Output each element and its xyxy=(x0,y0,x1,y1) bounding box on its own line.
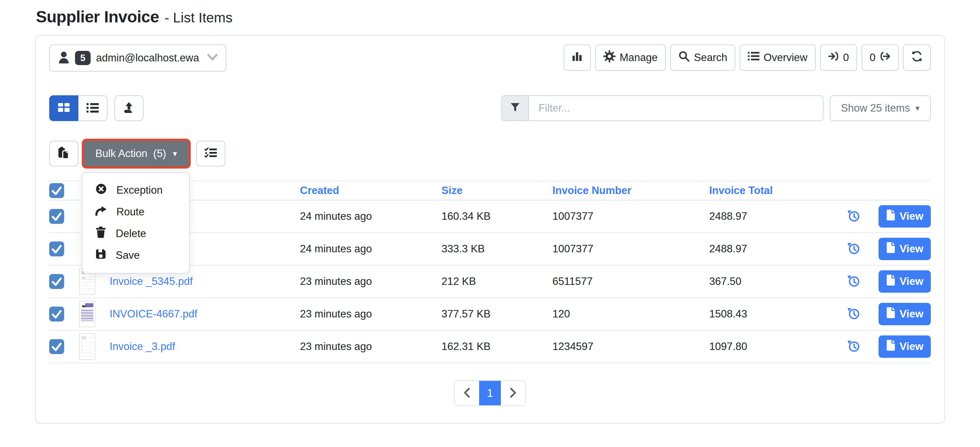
size-cell: 377.57 KB xyxy=(438,308,545,320)
menu-item-delete[interactable]: Delete xyxy=(83,223,189,244)
view-label: View xyxy=(900,276,923,288)
history-button[interactable] xyxy=(846,274,861,289)
manage-label: Manage xyxy=(620,52,658,64)
row-checkbox[interactable] xyxy=(49,339,64,354)
invoice-number-cell: 6511577 xyxy=(545,276,702,288)
view-button[interactable]: View xyxy=(878,303,931,325)
size-cell: 333.3 KB xyxy=(438,243,545,255)
history-icon xyxy=(846,241,861,257)
row-checkbox[interactable] xyxy=(49,209,64,224)
invoice-number-cell: 1234597 xyxy=(545,341,702,353)
history-icon xyxy=(846,209,861,224)
size-cell: 212 KB xyxy=(438,276,545,288)
view-button[interactable]: View xyxy=(878,205,931,228)
page-title-main: Supplier Invoice xyxy=(36,8,159,26)
history-button[interactable] xyxy=(846,241,861,257)
search-label: Search xyxy=(694,52,727,64)
view-button[interactable]: View xyxy=(878,238,931,260)
controls-row: Show 25 items ▾ xyxy=(49,95,931,121)
table-grid-icon xyxy=(57,102,70,114)
header-created[interactable]: Created xyxy=(288,184,438,197)
list-view-toggle[interactable] xyxy=(78,95,108,121)
view-label: View xyxy=(900,308,923,320)
bulk-action-label: Bulk Action (5) xyxy=(95,147,166,160)
history-icon xyxy=(846,307,861,322)
filter-input[interactable] xyxy=(529,95,824,121)
caret-down-icon: ▾ xyxy=(173,149,177,158)
menu-item-exception[interactable]: Exception xyxy=(83,179,189,201)
sign-out-button[interactable]: 0 xyxy=(862,44,899,71)
sign-in-button[interactable]: 0 xyxy=(820,44,857,71)
copy-button[interactable] xyxy=(49,141,78,166)
user-count-badge: 5 xyxy=(75,51,91,65)
menu-item-save[interactable]: Save xyxy=(83,244,189,266)
invoice-total-cell: 1508.43 xyxy=(702,308,839,320)
menu-item-label: Exception xyxy=(116,184,162,197)
view-button[interactable]: View xyxy=(878,335,931,358)
filter-prepend xyxy=(501,95,529,121)
created-cell: 23 minutes ago xyxy=(288,308,438,320)
header-size[interactable]: Size xyxy=(438,184,545,197)
filter-group xyxy=(501,95,824,121)
search-button[interactable]: Search xyxy=(670,44,735,71)
view-label: View xyxy=(900,243,923,255)
page-title: Supplier Invoice - List Items xyxy=(36,8,980,26)
select-all-checkbox[interactable] xyxy=(49,183,64,198)
chevron-left-icon xyxy=(463,387,471,399)
user-selector-dropdown[interactable]: 5 admin@localhost.ewa xyxy=(49,44,226,71)
row-checkbox[interactable] xyxy=(49,307,64,322)
upload-button[interactable] xyxy=(115,95,143,121)
file-link[interactable]: Invoice _3.pdf xyxy=(110,341,175,352)
header-select-all-cell xyxy=(49,183,79,198)
previous-page-button[interactable] xyxy=(455,381,479,405)
invoice-total-cell: 1097.80 xyxy=(702,341,839,353)
next-page-button[interactable] xyxy=(501,381,525,405)
pdf-thumbnail xyxy=(79,301,95,327)
view-button[interactable]: View xyxy=(878,270,931,293)
trash-icon xyxy=(95,227,106,241)
filter-controls: Show 25 items ▾ xyxy=(501,95,931,121)
table-view-toggle[interactable] xyxy=(49,95,78,121)
menu-item-label: Delete xyxy=(116,228,146,240)
save-floppy-icon xyxy=(95,249,106,262)
created-cell: 23 minutes ago xyxy=(288,341,438,353)
checklist-button[interactable] xyxy=(196,141,225,166)
bulk-action-menu: Exception Route Delete Save xyxy=(82,172,190,274)
menu-item-label: Save xyxy=(116,249,140,262)
show-items-dropdown[interactable]: Show 25 items ▾ xyxy=(830,95,931,121)
history-icon xyxy=(846,274,861,289)
row-checkbox[interactable] xyxy=(49,274,64,289)
menu-item-label: Route xyxy=(116,206,145,218)
person-icon xyxy=(58,51,70,65)
stats-button[interactable] xyxy=(564,44,591,71)
row-checkbox[interactable] xyxy=(49,241,64,257)
view-controls xyxy=(49,95,143,121)
size-cell: 160.34 KB xyxy=(438,210,545,222)
file-link[interactable]: Invoice _5345.pdf xyxy=(110,276,193,287)
top-action-buttons: Manage Search Overview 0 xyxy=(564,44,931,71)
created-cell: 23 minutes ago xyxy=(288,276,438,288)
invoice-number-cell: 1007377 xyxy=(545,210,702,222)
overview-button[interactable]: Overview xyxy=(740,44,815,71)
view-label: View xyxy=(900,341,923,353)
bulk-action-row: Bulk Action (5) ▾ Exception Route xyxy=(49,141,931,166)
user-label: admin@localhost.ewa xyxy=(96,52,199,64)
history-button[interactable] xyxy=(846,209,861,224)
file-link[interactable]: INVOICE-4667.pdf xyxy=(110,308,197,320)
page-title-sub: - List Items xyxy=(165,10,232,26)
funnel-icon xyxy=(510,102,520,114)
header-invoice-total[interactable]: Invoice Total xyxy=(702,184,839,197)
search-icon xyxy=(678,51,690,65)
bulk-action-button[interactable]: Bulk Action (5) ▾ xyxy=(84,141,189,166)
history-button[interactable] xyxy=(846,307,861,322)
page-number-button[interactable]: 1 xyxy=(479,381,501,405)
upload-icon xyxy=(123,101,135,115)
menu-item-route[interactable]: Route xyxy=(83,201,189,223)
size-cell: 162.31 KB xyxy=(438,341,545,353)
header-invoice-number[interactable]: Invoice Number xyxy=(545,184,702,197)
refresh-button[interactable] xyxy=(903,44,931,71)
sign-in-icon xyxy=(828,51,839,65)
list-icon xyxy=(748,51,759,64)
manage-button[interactable]: Manage xyxy=(595,44,666,71)
history-button[interactable] xyxy=(846,339,861,354)
